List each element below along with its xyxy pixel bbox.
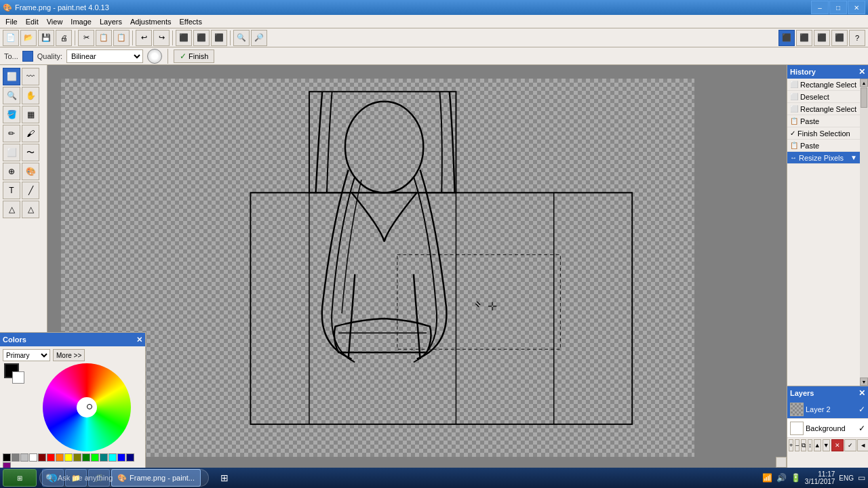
select-lasso-tool[interactable]: 〰 bbox=[22, 68, 39, 85]
history-item-rectangle-select-1[interactable]: ⬜ Rectangle Select bbox=[787, 79, 860, 91]
select-rectangle-tool[interactable]: ⬜ bbox=[3, 68, 20, 85]
color-mode-select[interactable]: Primary Secondary bbox=[3, 349, 50, 361]
layer2-visible-checkbox[interactable]: ✓ bbox=[859, 405, 865, 414]
clock-display[interactable]: 11:17 3/11/2017 bbox=[805, 470, 835, 485]
history-item-finish-selection[interactable]: ✓ Finish Selection bbox=[787, 127, 860, 140]
redo-button[interactable]: ↪ bbox=[153, 30, 170, 46]
pan-tool[interactable]: ✋ bbox=[22, 87, 39, 104]
menu-view[interactable]: View bbox=[43, 16, 67, 27]
canvas-area[interactable]: ✛ bbox=[47, 65, 787, 468]
history-scroll-thumb[interactable] bbox=[861, 87, 867, 108]
resize-button[interactable]: ⬛ bbox=[193, 30, 210, 46]
swatch-orange[interactable] bbox=[56, 453, 64, 462]
swatch-green[interactable] bbox=[82, 453, 90, 462]
eraser-tool[interactable]: ⬜ bbox=[3, 144, 20, 161]
swatch-maroon[interactable] bbox=[38, 453, 46, 462]
move-layer-up-button[interactable]: ▲ bbox=[814, 439, 821, 451]
swatch-lime[interactable] bbox=[91, 453, 99, 462]
history-scroll-down[interactable]: ▼ bbox=[860, 378, 868, 386]
paste-button[interactable]: 📋 bbox=[113, 30, 130, 46]
swatch-white[interactable] bbox=[29, 453, 37, 462]
notification-area[interactable]: ENG bbox=[839, 474, 854, 482]
paint-bucket-tool[interactable]: 🪣 bbox=[3, 106, 20, 123]
menu-layers[interactable]: Layers bbox=[96, 16, 126, 27]
colors-close-button[interactable]: ✕ bbox=[136, 336, 142, 344]
add-layer-button[interactable]: + bbox=[789, 439, 793, 451]
undo-button[interactable]: ↩ bbox=[136, 30, 152, 46]
close-button[interactable]: ✕ bbox=[848, 1, 865, 14]
minimize-button[interactable]: – bbox=[811, 1, 829, 14]
smudge-tool[interactable]: 〜 bbox=[22, 144, 39, 161]
delete-layer-button[interactable]: – bbox=[795, 439, 800, 451]
tray-sound-icon[interactable]: 🔊 bbox=[776, 473, 787, 483]
top-right-btn3[interactable]: ⬛ bbox=[814, 30, 830, 46]
layer-confirm-button[interactable]: ✓ bbox=[844, 439, 856, 451]
gradient-tool[interactable]: ▦ bbox=[22, 106, 39, 123]
brush-tool[interactable]: 🖌 bbox=[22, 125, 39, 142]
merge-layer-button[interactable]: ↕ bbox=[808, 439, 812, 451]
tray-network-icon[interactable]: 📶 bbox=[762, 473, 772, 483]
top-right-btn2[interactable]: ⬛ bbox=[796, 30, 812, 46]
cut-button[interactable]: ✂ bbox=[78, 30, 94, 46]
history-scrollbar[interactable]: ▲ ▼ bbox=[860, 79, 868, 386]
background-visible-checkbox[interactable]: ✓ bbox=[859, 424, 865, 433]
top-right-btn4[interactable]: ⬛ bbox=[831, 30, 848, 46]
layer-left-button[interactable]: ◄ bbox=[857, 439, 868, 451]
history-scroll-track[interactable] bbox=[860, 87, 868, 378]
recolor-tool[interactable]: 🎨 bbox=[22, 163, 39, 180]
swatch-yellow[interactable] bbox=[64, 453, 73, 462]
task-view-button[interactable]: ⊞ bbox=[216, 469, 233, 487]
swatch-cyan[interactable] bbox=[108, 453, 117, 462]
history-item-rectangle-select-2[interactable]: ⬜ Rectangle Select bbox=[787, 103, 860, 115]
swatch-teal[interactable] bbox=[100, 453, 108, 462]
rotate-button[interactable]: ⬛ bbox=[211, 30, 227, 46]
finish-button[interactable]: ✓ Finish bbox=[174, 49, 214, 63]
shapes-tool[interactable]: △ bbox=[3, 201, 20, 218]
layer-delete-button[interactable]: ✕ bbox=[831, 439, 844, 451]
duplicate-layer-button[interactable]: ⧉ bbox=[801, 439, 806, 451]
menu-adjustments[interactable]: Adjustments bbox=[126, 16, 176, 27]
open-button[interactable]: 📂 bbox=[20, 30, 37, 46]
crop-button[interactable]: ⬛ bbox=[176, 30, 192, 46]
zoom-in-button[interactable]: 🔍 bbox=[233, 30, 250, 46]
color-wheel[interactable] bbox=[43, 363, 131, 451]
restore-button[interactable]: □ bbox=[829, 1, 847, 14]
cortana-search[interactable]: 🔍 Ask me anything bbox=[39, 469, 209, 487]
clone-tool[interactable]: ⊕ bbox=[3, 163, 20, 180]
history-item-resize-pixels[interactable]: ↔ Resize Pixels ▼ bbox=[787, 152, 860, 164]
quality-select[interactable]: Bilinear Nearest Neighbor Bicubic bbox=[66, 49, 143, 63]
swatch-gray[interactable] bbox=[12, 453, 20, 462]
menu-image[interactable]: Image bbox=[66, 16, 96, 27]
history-item-paste-1[interactable]: 📋 Paste bbox=[787, 115, 860, 127]
top-right-btn1[interactable]: ⬛ bbox=[778, 30, 795, 46]
line-tool[interactable]: ╱ bbox=[22, 182, 39, 199]
swatch-silver[interactable] bbox=[20, 453, 28, 462]
menu-file[interactable]: File bbox=[1, 16, 22, 27]
copy-button[interactable]: 📋 bbox=[96, 30, 112, 46]
start-button[interactable]: ⊞ bbox=[3, 469, 37, 487]
tray-battery-icon[interactable]: 🔋 bbox=[791, 473, 801, 483]
top-right-btn5[interactable]: ? bbox=[849, 30, 865, 46]
layer-item-background[interactable]: Background ✓ bbox=[787, 419, 868, 438]
text-tool[interactable]: T bbox=[3, 182, 20, 199]
swatch-blue[interactable] bbox=[117, 453, 125, 462]
history-close-button[interactable]: ✕ bbox=[859, 67, 865, 77]
show-desktop-button[interactable]: ▭ bbox=[858, 473, 865, 483]
menu-effects[interactable]: Effects bbox=[176, 16, 206, 27]
zoom-tool[interactable]: 🔍 bbox=[3, 87, 20, 104]
history-scroll-up[interactable]: ▲ bbox=[860, 79, 868, 87]
secondary-color-box[interactable] bbox=[12, 371, 24, 384]
shapes2-tool[interactable]: △ bbox=[22, 201, 39, 218]
move-layer-down-button[interactable]: ▼ bbox=[823, 439, 830, 451]
pencil-tool[interactable]: ✏ bbox=[3, 125, 20, 142]
new-button[interactable]: 📄 bbox=[3, 30, 19, 46]
swatch-navy[interactable] bbox=[126, 453, 134, 462]
zoom-out-button[interactable]: 🔎 bbox=[251, 30, 267, 46]
history-item-paste-2[interactable]: 📋 Paste bbox=[787, 140, 860, 152]
swatch-olive[interactable] bbox=[73, 453, 81, 462]
more-colors-button[interactable]: More >> bbox=[53, 349, 85, 361]
history-item-deselect[interactable]: ⬜ Deselect bbox=[787, 91, 860, 103]
layers-close-button[interactable]: ✕ bbox=[859, 388, 865, 398]
layer-item-layer2[interactable]: Layer 2 ✓ bbox=[787, 400, 868, 419]
print-button[interactable]: 🖨 bbox=[56, 30, 72, 46]
